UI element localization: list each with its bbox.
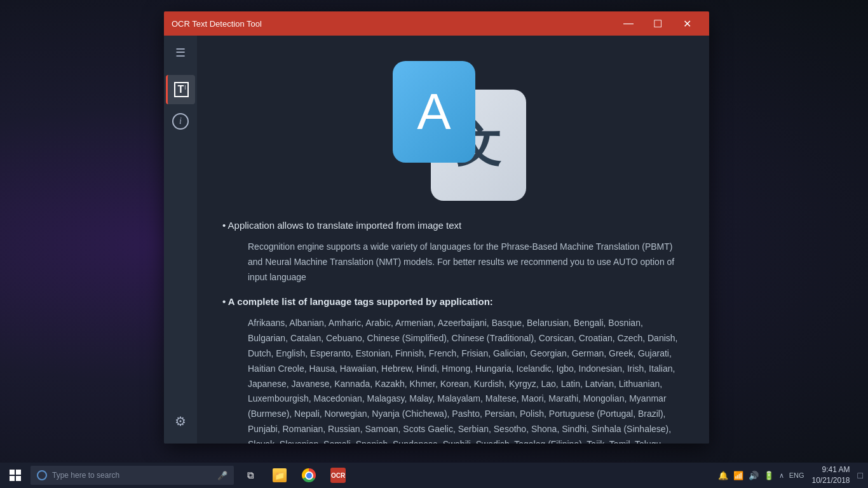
search-icon xyxy=(37,470,47,480)
task-view-icon: ⧉ xyxy=(247,470,254,481)
settings-button[interactable]: ⚙ xyxy=(166,407,195,436)
taskbar-right: 🔔 📶 🔊 🔋 ∧ ENG 9:41 AM 10/21/2018 □ xyxy=(718,464,868,486)
sidebar: ☰ T | i ⚙ xyxy=(164,36,197,444)
taskbar-app-ocr[interactable]: OCR xyxy=(324,463,352,488)
icon-card-blue: A xyxy=(393,61,475,163)
chrome-icon xyxy=(302,468,316,482)
network-icon[interactable]: 📶 xyxy=(733,471,743,480)
sidebar-bottom: ⚙ xyxy=(166,407,195,444)
window-controls: — ☐ ✕ xyxy=(614,11,702,36)
microphone-icon[interactable]: 🎤 xyxy=(217,471,227,480)
notification-icon[interactable]: 🔔 xyxy=(718,471,728,480)
title-bar: OCR Text Detection Tool — ☐ ✕ xyxy=(164,11,709,36)
taskbar-app-chrome[interactable] xyxy=(295,463,323,488)
sidebar-item-ocr-text[interactable]: T | xyxy=(166,75,195,104)
taskbar: Type here to search 🎤 ⧉ 📁 xyxy=(0,463,868,488)
action-center-icon[interactable]: □ xyxy=(858,470,863,480)
settings-icon: ⚙ xyxy=(175,414,186,429)
ocr-text-icon: T | xyxy=(174,82,189,97)
taskbar-app-file-explorer[interactable]: 📁 xyxy=(266,463,294,488)
languages-list: Afrikaans, Albanian, Amharic, Arabic, Ar… xyxy=(248,316,684,444)
app-window: OCR Text Detection Tool — ☐ ✕ ☰ T | xyxy=(164,11,709,444)
system-tray-icons: 🔔 📶 🔊 🔋 ∧ ENG xyxy=(718,471,804,480)
file-explorer-icon: 📁 xyxy=(273,468,287,482)
hamburger-menu-icon[interactable]: ☰ xyxy=(170,41,191,65)
start-button[interactable] xyxy=(0,463,31,488)
battery-icon[interactable]: 🔋 xyxy=(764,471,774,480)
sidebar-item-info[interactable]: i xyxy=(166,107,195,136)
feature-bullet-1: • Application allows to translate import… xyxy=(222,220,684,231)
windows-logo-icon xyxy=(10,470,21,481)
content-area[interactable]: A 文 • Application allows to translate im… xyxy=(197,36,709,444)
system-clock[interactable]: 9:41 AM 10/21/2018 xyxy=(808,464,853,486)
description-paragraph-1: Recognition engine supports a wide varie… xyxy=(248,240,684,285)
volume-icon[interactable]: 🔊 xyxy=(749,471,759,480)
maximize-button[interactable]: ☐ xyxy=(643,11,672,36)
desktop: OCR Text Detection Tool — ☐ ✕ ☰ T | xyxy=(0,0,868,488)
taskbar-apps: ⧉ 📁 OCR xyxy=(236,463,352,488)
minimize-button[interactable]: — xyxy=(614,11,643,36)
search-placeholder-text: Type here to search xyxy=(52,471,212,480)
window-title: OCR Text Detection Tool xyxy=(172,19,614,29)
taskbar-search[interactable]: Type here to search 🎤 xyxy=(31,466,234,485)
close-button[interactable]: ✕ xyxy=(672,11,702,36)
language-badge: ENG xyxy=(789,471,804,479)
translation-icon: A 文 xyxy=(380,61,526,201)
main-content: A 文 • Application allows to translate im… xyxy=(197,36,709,444)
system-date: 10/21/2018 xyxy=(811,475,850,486)
system-time: 9:41 AM xyxy=(811,464,850,475)
info-icon: i xyxy=(172,113,189,130)
languages-heading: • A complete list of language tags suppo… xyxy=(222,296,684,307)
taskbar-app-task-view[interactable]: ⧉ xyxy=(236,463,264,488)
ocr-tool-icon: OCR xyxy=(330,468,346,483)
chevron-up-icon[interactable]: ∧ xyxy=(779,471,784,480)
window-body: ☰ T | i ⚙ xyxy=(164,36,709,444)
sidebar-top: T | i xyxy=(166,75,195,407)
translation-icon-container: A 文 xyxy=(222,61,684,201)
letter-a-icon: A xyxy=(417,83,451,141)
